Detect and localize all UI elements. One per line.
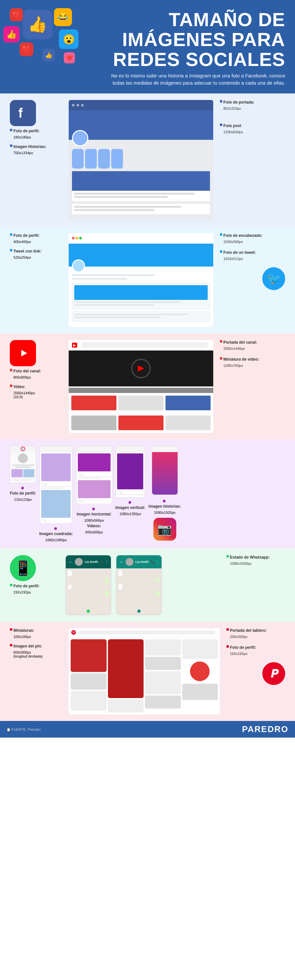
ig-phone4: ♡ △ <box>115 446 145 498</box>
pt-pin-med <box>71 673 107 690</box>
fb-post2-text <box>72 204 210 214</box>
ig-square-annotation: Imagen cuadrada: 1080x1080px <box>39 526 73 542</box>
whatsapp-section: 📱 Foto de perfil: 192x192px ← Lia Smith <box>0 549 295 622</box>
pt-board-annotation: Portada del tablero: 200x200px <box>226 628 285 639</box>
wa-header2: ← Lia Smith 📞 ⋮ <box>116 555 161 568</box>
yt-thumbnail-annotation: Miniatura de video: 1280x760px <box>220 357 285 368</box>
wa-status-annotation: Estado de Whatsapp: 1080x1920px <box>226 555 285 565</box>
twitter-section: Foto de perfil: 400x400px Tweet con link… <box>0 227 295 334</box>
stories-dot <box>10 145 13 147</box>
twitter-mock <box>69 233 213 327</box>
whatsapp-layout: 📱 Foto de perfil: 192x192px ← Lia Smith <box>10 555 285 615</box>
tw-content <box>69 267 213 327</box>
footer-source: 📋 FUENTE: Paredro <box>6 726 41 732</box>
wa-contact-name2: Lia Smith <box>136 560 149 563</box>
whatsapp-phone1: ← Lia Smith 📞 ⋮ <box>65 555 111 615</box>
pinterest-mockup: P <box>69 628 220 714</box>
facebook-logo: f <box>10 100 36 126</box>
heart-icon: ❤️ <box>10 8 23 21</box>
wa-input-row2 <box>116 608 161 615</box>
youtube-mockup: ▶ <box>69 340 213 433</box>
whatsapp-phones: ← Lia Smith 📞 ⋮ <box>65 555 220 615</box>
yt-play-icon <box>138 365 144 372</box>
instagram-section: Foto de perfil: 110x110px ♡ △ ♡ △ <box>0 439 295 549</box>
yt-nav: ▶ <box>69 340 213 350</box>
pinterest-layout: Miniaturas: 100x100px Imagen del pin: 60… <box>10 628 285 714</box>
twitter-tweet-annotation: Foto de un tweet: 1024x512px <box>220 250 285 261</box>
wa-header1: ← Lia Smith 📞 ⋮ <box>66 555 111 568</box>
pt-pin-tall <box>71 639 107 672</box>
fb-cover-annotation: Foto de portada: 852x315px <box>220 100 285 110</box>
tw-cover <box>69 244 213 267</box>
wa-avatar1 <box>75 558 83 566</box>
wa-messages1 <box>66 568 111 608</box>
twitter-profile-annotation: Foto de perfil: 400x400px <box>10 233 40 244</box>
facebook-stories-annotation: Imagen Historias: 750x1334px <box>10 145 46 155</box>
header-decorations: 👍 ❤️ 😂 👍 😮 ❤️ 👍 ❤️ <box>3 6 95 82</box>
pt-profile-annotation: Foto de perfil: 165x165px <box>226 645 285 655</box>
like-small-icon: 👍 <box>43 49 55 61</box>
facebook-mockup <box>69 100 213 220</box>
whatsapp-logo: 📱 <box>10 555 36 581</box>
fb-post2 <box>72 204 210 214</box>
fb-profile-pic <box>72 130 88 146</box>
pt-pin-annotation: Imagen del pin: 600x900px (longitud ilim… <box>10 644 43 658</box>
ig-horizontal-annotation: Imagen horizontal: 1080x566px Videos: 60… <box>77 506 112 534</box>
whatsapp-right: Estado de Whatsapp: 1080x1920px <box>226 555 285 568</box>
laugh-icon: 😂 <box>54 8 72 26</box>
twitter-logo: 🐦 <box>262 267 285 290</box>
pinterest-logo-container: 𝙋 <box>226 662 285 685</box>
profile-dot <box>10 129 13 131</box>
ig-profile-annotation: Foto de perfil: 110x110px <box>10 485 36 501</box>
yt-cover-annotation: Portada del canal: 2560x1440px <box>220 340 285 350</box>
heart2-icon: ❤️ <box>20 43 33 56</box>
pt-pin-short <box>71 691 107 711</box>
facebook-right-annotations: Foto de portada: 852x315px Foto post 120… <box>220 100 285 137</box>
pinterest-right: Portada del tablero: 200x200px Foto de p… <box>226 628 285 685</box>
fb-content <box>69 140 213 220</box>
whatsapp-phone2: ← Lia Smith 📞 ⋮ <box>116 555 162 615</box>
ig-vertical-col: ♡ △ Imagen vertical: 1080x1350px <box>115 446 145 516</box>
pt-pin-small <box>108 699 144 713</box>
fb-cover-image <box>69 110 213 140</box>
youtube-logo <box>10 340 36 366</box>
fb-post-annotation: Foto post 1200x630px <box>220 124 285 134</box>
facebook-section: f Foto de perfil: 180x180px Imagen Histo… <box>0 94 295 227</box>
ig-stories-col: Imagen historias: 1080x1920px 📷 <box>148 446 181 541</box>
tw-tweet2 <box>72 311 210 322</box>
pt-thumbnail-annotation: Miniaturas: 100x100px <box>10 628 34 639</box>
like-icon: 👍 <box>23 10 52 39</box>
twitter-right: Foto de encabezado: 1500x500px Foto de u… <box>220 233 285 290</box>
fb-stories <box>72 149 210 169</box>
yt-video-annotation: Video: 2560x1440px (16:9) <box>10 385 35 399</box>
ig-phone2: ♡ △ ♡ △ <box>40 446 72 523</box>
ig-phone1 <box>10 446 36 483</box>
facebook-profile-annotation: Foto de perfil: 180x180px <box>10 129 40 139</box>
footer: 📋 FUENTE: Paredro PAREDRO <box>0 721 295 738</box>
ig-phone5 <box>152 446 178 495</box>
yt-channel-annotation: Foto del canal: 800x800px <box>10 369 41 379</box>
instagram-logo: 📷 <box>153 518 176 541</box>
pinterest-section: Miniaturas: 100x100px Imagen del pin: 60… <box>0 622 295 721</box>
fb-post-image <box>72 171 210 191</box>
tw-profile-pic <box>72 259 85 272</box>
footer-brand: PAREDRO <box>242 724 289 734</box>
pinterest-logo: 𝙋 <box>262 662 285 685</box>
wa-contact-name1: Lia Smith <box>85 560 98 563</box>
pt-nav: P <box>69 628 220 637</box>
instagram-layout: Foto de perfil: 110x110px ♡ △ ♡ △ <box>10 446 285 542</box>
youtube-mock: ▶ <box>69 340 213 433</box>
yt-thumbnails2 <box>69 413 213 433</box>
wa-input-row1 <box>66 608 111 615</box>
ig-phone3: ♡ △ ♡ △ <box>76 446 112 504</box>
ig-stories-annotation: Imagen historias: 1080x1920px <box>148 498 181 514</box>
ig-profile-col: Foto de perfil: 110x110px <box>10 446 36 501</box>
like-pink-icon: 👍 <box>3 26 20 43</box>
twitter-logo-container: 🐦 <box>220 267 285 290</box>
pt-pins-grid <box>69 637 220 714</box>
yt-progress-bar <box>69 388 213 393</box>
wa-avatar2 <box>126 558 134 566</box>
header-section: 👍 ❤️ 😂 👍 😮 ❤️ 👍 ❤️ TAMAÑO DE IMÁGENES PA… <box>0 0 295 94</box>
ig-horizontal-col: ♡ △ ♡ △ Imagen horizontal: 1080x566px Vi… <box>76 446 112 534</box>
heart-pink-icon: ❤️ <box>64 52 75 64</box>
